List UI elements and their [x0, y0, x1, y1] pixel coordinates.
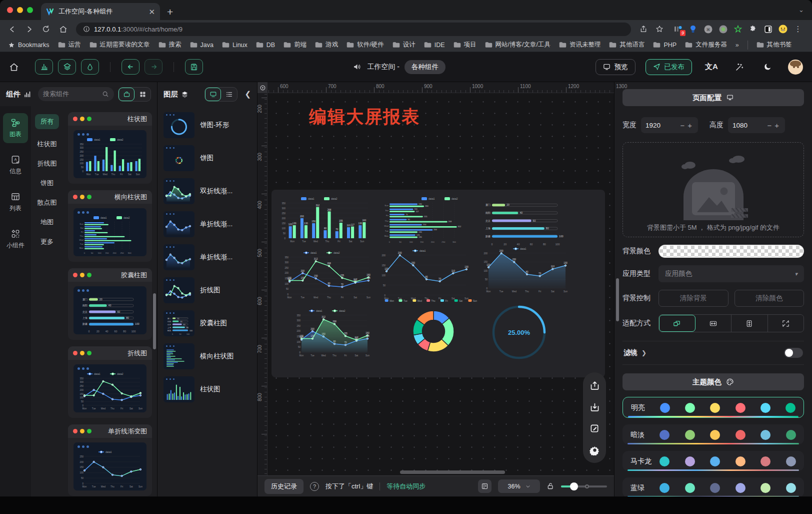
layers-view-thumbnail-button[interactable]	[205, 88, 221, 101]
bookmark-folder[interactable]: 其他语言	[609, 41, 644, 49]
url-bar[interactable]: 127.0.0.1:3000/#/chart/home/9	[76, 23, 631, 36]
increment-icon[interactable]: +	[773, 121, 780, 130]
canvas-widget-gradient-line-chart[interactable]: data1050100150200MonTueWedThuFriSatSun12…	[480, 246, 568, 294]
bookmark-folder[interactable]: 设计	[392, 41, 416, 49]
component-card[interactable]: 柱状图data1data2050100150200250300350MonTue…	[68, 112, 152, 184]
chevron-right-icon[interactable]: ❯	[642, 349, 646, 356]
bookmark-folder[interactable]: Java	[190, 41, 214, 49]
bookmark-folder[interactable]: 文件服务器	[685, 41, 727, 49]
height-stepper[interactable]: 1080−+	[728, 117, 785, 133]
canvas-horizontal-scrollbar[interactable]	[400, 470, 505, 474]
increment-icon[interactable]: +	[686, 121, 694, 130]
component-card[interactable]: 横向柱状图data1data2050100150200250300MonTueW…	[68, 190, 152, 262]
new-tab-button[interactable]: +	[167, 6, 173, 18]
layers-toggle-button[interactable]	[58, 59, 76, 75]
canvas-viewport[interactable]: 编辑大屏报表 data1data205010015020025030035012…	[268, 93, 614, 475]
ruler-origin-icon[interactable]	[258, 82, 268, 93]
bookmarks-overflow-chevron[interactable]: »	[736, 42, 739, 49]
publish-button[interactable]: 已发布	[646, 59, 692, 75]
layout-panel-toggle-button[interactable]	[478, 479, 492, 493]
bookmark-folder[interactable]: 资讯未整理	[559, 41, 601, 49]
bookmark-folder[interactable]: 运营	[58, 41, 81, 49]
details-toggle-button[interactable]	[81, 59, 99, 75]
redo-button[interactable]	[144, 59, 162, 75]
theme-row-马卡龙[interactable]: 马卡龙	[622, 451, 804, 471]
extension-icon[interactable]	[733, 24, 743, 34]
back-button[interactable]	[5, 22, 19, 36]
theme-color-header[interactable]: 主题颜色	[622, 373, 804, 390]
layer-item[interactable]: 横向柱状图	[164, 343, 251, 369]
settings-gear-icon[interactable]	[588, 444, 600, 456]
sidebar-tab-4[interactable]: 小组件	[3, 224, 28, 254]
bookmark-star-icon[interactable]	[653, 23, 666, 36]
layer-item[interactable]: 双折线渐...	[164, 178, 251, 204]
fit-stretch-button[interactable]	[768, 315, 804, 332]
layer-item[interactable]: 单折线渐...	[164, 244, 251, 270]
layer-item[interactable]: 饼图	[164, 145, 251, 171]
clear-color-button[interactable]: 清除颜色	[734, 290, 804, 307]
decrement-icon[interactable]: −	[678, 121, 686, 130]
sidebar-tab-1[interactable]: 图表	[3, 113, 28, 143]
history-button[interactable]: 历史记录	[264, 479, 304, 494]
zoom-slider-handle[interactable]	[570, 482, 578, 490]
dark-mode-moon-icon[interactable]	[759, 59, 776, 76]
magic-wand-icon[interactable]	[731, 59, 748, 76]
lock-icon[interactable]	[546, 482, 554, 490]
extension-icon[interactable]	[718, 24, 728, 34]
canvas-widget-horizontal-bar-chart[interactable]: data1data2050100150200250300Mon120130Tue…	[382, 196, 472, 244]
app-home-icon[interactable]	[9, 62, 19, 72]
canvas-widget-single-line-chart[interactable]: data1050100150200MonTueWedThuFriSatSun12…	[378, 248, 470, 301]
canvas-text-widget[interactable]: 编辑大屏报表	[309, 105, 420, 129]
layer-item[interactable]: 折线图	[164, 277, 251, 303]
category-item[interactable]: 柱状图	[38, 140, 57, 149]
components-toggle-button[interactable]	[35, 59, 53, 75]
minimize-window-button[interactable]	[17, 7, 23, 13]
canvas-widget-area-line-chart[interactable]: data1data2050100150200250300350MonTueWed…	[294, 308, 370, 358]
canvas-widget-pie-chart[interactable]: MonTueWedThuFriSatSun	[384, 297, 482, 358]
extension-icon[interactable]	[688, 24, 698, 34]
forward-button[interactable]	[22, 22, 36, 36]
extension-icon[interactable]	[763, 24, 773, 34]
maximize-window-button[interactable]	[27, 7, 33, 13]
import-button[interactable]	[588, 401, 600, 413]
theme-row-暗淡[interactable]: 暗淡	[622, 424, 804, 444]
layer-item[interactable]: 单折线渐...	[164, 211, 251, 237]
other-bookmarks[interactable]: 其他书签	[756, 41, 792, 49]
fit-scale-button[interactable]	[659, 315, 696, 332]
dashboard-board[interactable]: data1data2050100150200250300350120130Mon…	[272, 190, 605, 377]
bookmark-folder[interactable]: 游戏	[315, 41, 338, 49]
zoom-slider[interactable]	[561, 485, 607, 487]
bookmark-folder[interactable]: DB	[256, 41, 275, 49]
save-button[interactable]	[185, 59, 203, 75]
browser-menu-icon[interactable]: ⋮	[793, 24, 803, 34]
category-item[interactable]: 散点图	[38, 198, 57, 207]
apply-type-select[interactable]: 应用颜色▾	[658, 265, 804, 282]
theme-row-明亮[interactable]: 明亮	[622, 397, 804, 418]
background-color-swatch[interactable]	[658, 245, 804, 258]
components-scrollbar[interactable]	[153, 293, 156, 349]
bookmark-folder[interactable]: IDE	[424, 41, 445, 49]
tab-search-chevron-icon[interactable]: ⌄	[798, 6, 804, 14]
component-card[interactable]: 折线图data1data2050100150200250300350MonTue…	[68, 346, 152, 418]
layer-item[interactable]: 饼图-环形	[164, 112, 251, 138]
extensions-puzzle-icon[interactable]	[748, 24, 758, 34]
background-upload-dropzone[interactable]: 背景图需小于 5M ， 格式为 png/jpg/gif 的文件	[622, 142, 804, 237]
browser-tab[interactable]: 工作空间-各种组件 ✕	[41, 3, 160, 20]
category-item[interactable]: 更多	[40, 237, 54, 246]
home-button[interactable]	[56, 22, 70, 36]
help-icon[interactable]: ?	[310, 482, 319, 491]
tab-close-icon[interactable]: ✕	[148, 8, 155, 16]
category-item[interactable]: 饼图	[40, 179, 54, 188]
user-avatar[interactable]	[788, 60, 803, 75]
share-icon[interactable]	[637, 23, 650, 36]
preview-button[interactable]: 预览	[596, 59, 636, 75]
decrement-icon[interactable]: −	[766, 121, 773, 130]
layers-view-list-button[interactable]	[221, 88, 237, 101]
profile-avatar-icon[interactable]	[778, 24, 788, 34]
canvas-widget-bar-chart[interactable]: data1data2050100150200250300350120130Mon…	[278, 196, 370, 244]
sidebar-tab-3[interactable]: 列表	[3, 187, 28, 217]
extension-icon[interactable]: 9	[673, 24, 683, 34]
collapse-panel-chevron-icon[interactable]: ❮	[244, 90, 251, 99]
zoom-select[interactable]: 36%	[498, 479, 540, 493]
edit-button[interactable]	[588, 422, 600, 434]
